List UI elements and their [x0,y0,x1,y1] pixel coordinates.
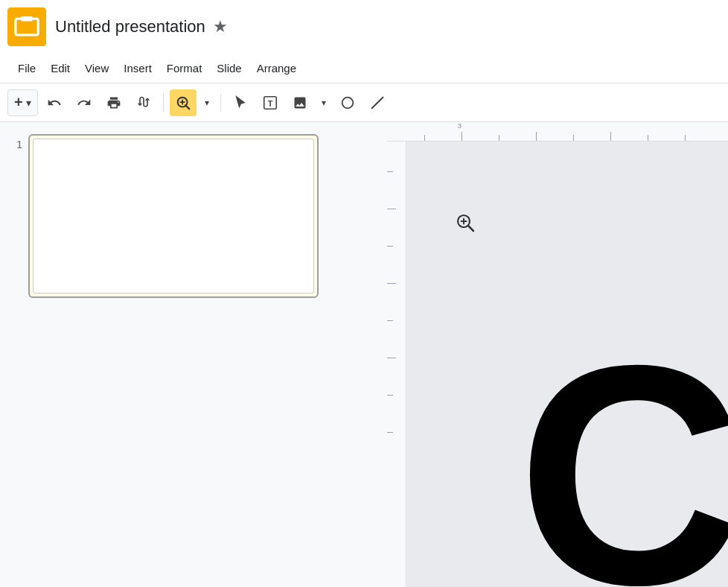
ruler-tick [424,135,425,141]
canvas-content: C [406,142,728,587]
ruler-tick [536,132,537,141]
slide-thumb-inner [33,139,314,294]
menu-insert[interactable]: Insert [116,59,159,77]
plus-icon: + [14,94,23,111]
ruler-tick-v [387,283,396,284]
ruler-tick [499,135,499,141]
ruler-tick-v [387,246,393,247]
toolbar-divider-2 [220,94,221,112]
menu-bar: File Edit View Insert Format Slide Arran… [0,54,728,83]
image-button[interactable] [287,89,313,116]
svg-line-14 [468,226,473,231]
line-button[interactable] [364,89,391,116]
slide-panel: 1 [0,122,387,587]
svg-rect-2 [21,16,32,21]
title-bar: Untitled presentation ★ [0,0,728,54]
zoom-cursor[interactable] [455,212,476,238]
ruler-label: 3 [458,122,462,130]
menu-slide[interactable]: Slide [209,59,249,77]
ruler-left [387,142,406,587]
ruler-tick [610,132,611,141]
image-caret-button[interactable]: ▾ [316,89,331,116]
paint-format-button[interactable] [130,89,157,116]
ruler-tick [685,135,686,141]
menu-format[interactable]: Format [159,59,210,77]
menu-arrange[interactable]: Arrange [249,59,304,77]
ruler-tick [648,135,648,141]
zoom-button[interactable] [170,89,197,116]
ruler-tick-v [387,395,393,396]
image-dropdown-icon: ▾ [322,98,326,108]
ruler-tick-v [387,209,396,209]
svg-point-9 [342,97,353,108]
add-button[interactable]: + ▾ [7,89,38,116]
select-button[interactable] [227,89,254,116]
toolbar-divider-1 [163,94,164,112]
print-button[interactable] [100,89,127,116]
svg-line-4 [185,105,189,109]
big-letter: C [517,319,728,587]
canvas-area: 3 C [387,122,728,587]
ruler-tick-v [387,358,396,358]
ruler-tick [573,135,574,141]
undo-button[interactable] [41,89,68,116]
main-area: 1 3 [0,122,728,587]
ruler-tick-v [387,171,393,172]
slide-number: 1 [7,134,22,150]
title-row: Untitled presentation ★ [55,17,228,37]
zoom-dropdown-icon: ▾ [205,98,209,108]
ruler-tick-v [387,320,393,321]
presentation-title[interactable]: Untitled presentation [55,17,205,37]
add-caret-icon: ▾ [26,97,31,109]
star-icon[interactable]: ★ [213,17,228,37]
text-button[interactable]: T [257,89,284,116]
menu-view[interactable]: View [77,59,116,77]
svg-rect-0 [7,7,46,46]
app-logo [7,7,46,46]
slide-row: 1 [7,134,380,298]
svg-text:T: T [267,98,272,107]
menu-file[interactable]: File [10,59,43,77]
ruler-tick-v [387,432,393,433]
ruler-tick [462,132,462,141]
ruler-top: 3 [387,122,728,142]
title-area: Untitled presentation ★ [55,17,228,37]
redo-button[interactable] [71,89,98,116]
shape-button[interactable] [334,89,361,116]
zoom-caret-button[interactable]: ▾ [199,89,214,116]
slide-thumbnail[interactable] [28,134,319,298]
svg-line-10 [371,97,383,108]
toolbar: + ▾ ▾ T ▾ [0,83,728,122]
menu-edit[interactable]: Edit [43,59,77,77]
